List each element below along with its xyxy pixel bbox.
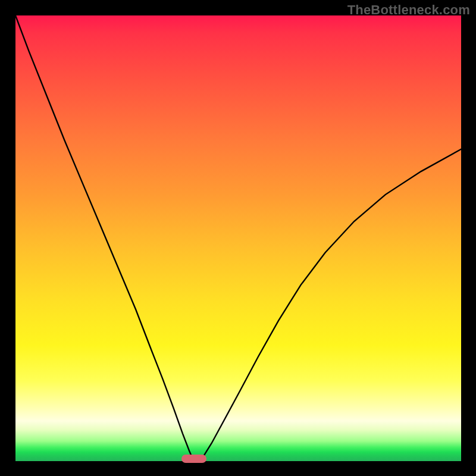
bottleneck-curve bbox=[15, 15, 461, 461]
optimal-marker bbox=[181, 455, 206, 463]
curve-left-branch bbox=[15, 15, 194, 461]
chart-frame: TheBottleneck.com bbox=[0, 0, 476, 476]
plot-area bbox=[15, 15, 461, 461]
curve-right-branch bbox=[201, 149, 461, 461]
